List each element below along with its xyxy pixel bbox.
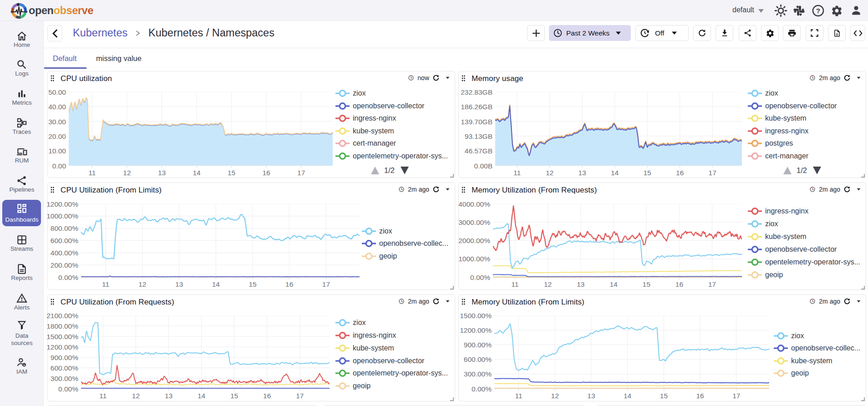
- svg-text:?: ?: [816, 7, 820, 15]
